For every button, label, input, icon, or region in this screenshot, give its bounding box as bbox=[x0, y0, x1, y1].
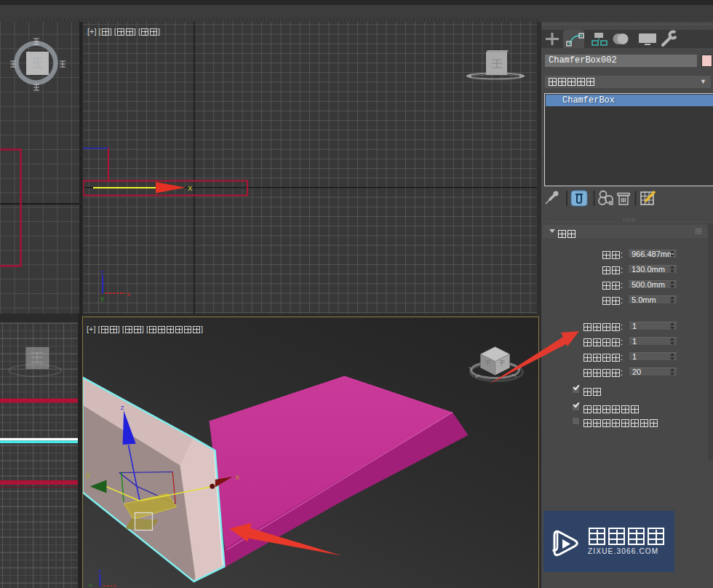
svg-text:z: z bbox=[98, 568, 102, 576]
svg-text:x: x bbox=[127, 291, 130, 298]
svg-text:z: z bbox=[121, 405, 124, 412]
svg-text:y: y bbox=[89, 583, 93, 587]
svg-text:x: x bbox=[188, 184, 193, 193]
svg-text:z: z bbox=[100, 269, 104, 277]
svg-text:x: x bbox=[236, 474, 240, 482]
svg-text:y: y bbox=[87, 472, 91, 480]
svg-text:y: y bbox=[100, 295, 105, 303]
